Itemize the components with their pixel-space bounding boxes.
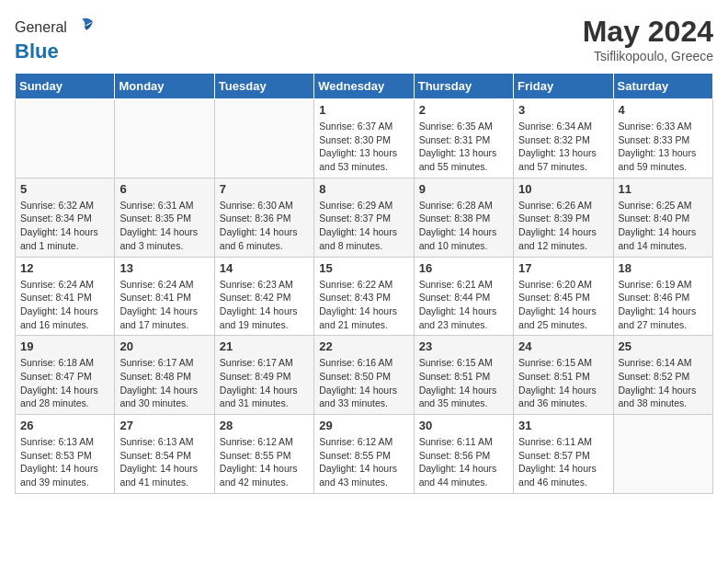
day-info: Sunrise: 6:35 AM Sunset: 8:31 PM Dayligh… [419, 120, 508, 174]
title-section: May 2024 Tsiflikopoulo, Greece [583, 15, 713, 63]
day-header-monday: Monday [115, 74, 214, 99]
logo-bird-icon [69, 15, 95, 40]
day-info: Sunrise: 6:24 AM Sunset: 8:41 PM Dayligh… [119, 278, 209, 332]
logo-blue-text: Blue [15, 40, 59, 63]
day-info: Sunrise: 6:29 AM Sunset: 8:37 PM Dayligh… [319, 199, 408, 253]
day-number: 22 [319, 339, 408, 353]
calendar-table: SundayMondayTuesdayWednesdayThursdayFrid… [15, 73, 713, 494]
calendar-cell [613, 415, 712, 494]
day-info: Sunrise: 6:16 AM Sunset: 8:50 PM Dayligh… [319, 356, 408, 410]
calendar-cell: 6Sunrise: 6:31 AM Sunset: 8:35 PM Daylig… [115, 178, 214, 257]
calendar-cell: 20Sunrise: 6:17 AM Sunset: 8:48 PM Dayli… [115, 336, 214, 415]
day-number: 4 [619, 103, 708, 117]
calendar-cell: 7Sunrise: 6:30 AM Sunset: 8:36 PM Daylig… [214, 178, 313, 257]
day-number: 17 [518, 261, 608, 275]
day-info: Sunrise: 6:30 AM Sunset: 8:36 PM Dayligh… [220, 199, 309, 253]
calendar-cell: 27Sunrise: 6:13 AM Sunset: 8:54 PM Dayli… [115, 415, 214, 494]
day-info: Sunrise: 6:17 AM Sunset: 8:49 PM Dayligh… [220, 356, 309, 410]
logo-text: General Blue [15, 15, 95, 63]
day-number: 10 [518, 182, 608, 196]
day-number: 6 [119, 182, 209, 196]
calendar-week-row: 26Sunrise: 6:13 AM Sunset: 8:53 PM Dayli… [16, 415, 713, 494]
day-number: 8 [319, 182, 408, 196]
calendar-cell: 8Sunrise: 6:29 AM Sunset: 8:37 PM Daylig… [314, 178, 414, 257]
day-info: Sunrise: 6:17 AM Sunset: 8:48 PM Dayligh… [119, 356, 209, 410]
day-number: 7 [220, 182, 309, 196]
day-info: Sunrise: 6:22 AM Sunset: 8:43 PM Dayligh… [319, 278, 408, 332]
calendar-cell: 14Sunrise: 6:23 AM Sunset: 8:42 PM Dayli… [214, 257, 313, 336]
calendar-cell: 23Sunrise: 6:15 AM Sunset: 8:51 PM Dayli… [414, 336, 513, 415]
day-number: 25 [619, 339, 708, 353]
day-number: 16 [419, 261, 508, 275]
calendar-cell: 25Sunrise: 6:14 AM Sunset: 8:52 PM Dayli… [613, 336, 712, 415]
calendar-cell: 17Sunrise: 6:20 AM Sunset: 8:45 PM Dayli… [514, 257, 613, 336]
day-info: Sunrise: 6:13 AM Sunset: 8:54 PM Dayligh… [119, 435, 209, 489]
day-number: 27 [119, 419, 209, 432]
day-info: Sunrise: 6:18 AM Sunset: 8:47 PM Dayligh… [20, 356, 109, 410]
day-info: Sunrise: 6:15 AM Sunset: 8:51 PM Dayligh… [419, 356, 508, 410]
day-number: 11 [619, 182, 708, 196]
day-number: 24 [518, 339, 608, 353]
day-info: Sunrise: 6:15 AM Sunset: 8:51 PM Dayligh… [518, 356, 608, 410]
day-info: Sunrise: 6:23 AM Sunset: 8:42 PM Dayligh… [220, 278, 309, 332]
day-info: Sunrise: 6:11 AM Sunset: 8:57 PM Dayligh… [518, 435, 608, 489]
day-number: 26 [20, 419, 109, 432]
day-info: Sunrise: 6:12 AM Sunset: 8:55 PM Dayligh… [220, 435, 309, 489]
calendar-cell: 11Sunrise: 6:25 AM Sunset: 8:40 PM Dayli… [613, 178, 712, 257]
day-number: 30 [419, 419, 508, 432]
day-header-thursday: Thursday [414, 74, 513, 99]
logo: General Blue [15, 15, 95, 63]
day-header-tuesday: Tuesday [214, 74, 313, 99]
day-info: Sunrise: 6:13 AM Sunset: 8:53 PM Dayligh… [20, 435, 109, 489]
page-header: General Blue May 2024 Tsiflikopoulo, Gre… [15, 15, 713, 63]
calendar-cell: 1Sunrise: 6:37 AM Sunset: 8:30 PM Daylig… [314, 99, 414, 178]
logo-general-text: General [15, 19, 67, 36]
calendar-cell: 30Sunrise: 6:11 AM Sunset: 8:56 PM Dayli… [414, 415, 513, 494]
calendar-cell: 12Sunrise: 6:24 AM Sunset: 8:41 PM Dayli… [16, 257, 115, 336]
day-number: 15 [319, 261, 408, 275]
day-number: 12 [20, 261, 109, 275]
day-number: 14 [220, 261, 309, 275]
day-info: Sunrise: 6:20 AM Sunset: 8:45 PM Dayligh… [518, 278, 608, 332]
calendar-cell: 18Sunrise: 6:19 AM Sunset: 8:46 PM Dayli… [613, 257, 712, 336]
day-info: Sunrise: 6:37 AM Sunset: 8:30 PM Dayligh… [319, 120, 408, 174]
day-info: Sunrise: 6:14 AM Sunset: 8:52 PM Dayligh… [619, 356, 708, 410]
calendar-cell: 5Sunrise: 6:32 AM Sunset: 8:34 PM Daylig… [16, 178, 115, 257]
calendar-cell: 28Sunrise: 6:12 AM Sunset: 8:55 PM Dayli… [214, 415, 313, 494]
day-number: 13 [119, 261, 209, 275]
day-header-friday: Friday [514, 74, 613, 99]
calendar-week-row: 12Sunrise: 6:24 AM Sunset: 8:41 PM Dayli… [16, 257, 713, 336]
location-subtitle: Tsiflikopoulo, Greece [583, 49, 713, 63]
calendar-cell: 22Sunrise: 6:16 AM Sunset: 8:50 PM Dayli… [314, 336, 414, 415]
month-year-title: May 2024 [583, 15, 713, 49]
calendar-cell: 24Sunrise: 6:15 AM Sunset: 8:51 PM Dayli… [514, 336, 613, 415]
day-info: Sunrise: 6:25 AM Sunset: 8:40 PM Dayligh… [619, 199, 708, 253]
day-info: Sunrise: 6:24 AM Sunset: 8:41 PM Dayligh… [20, 278, 109, 332]
day-info: Sunrise: 6:31 AM Sunset: 8:35 PM Dayligh… [119, 199, 209, 253]
day-info: Sunrise: 6:33 AM Sunset: 8:33 PM Dayligh… [619, 120, 708, 174]
calendar-cell: 2Sunrise: 6:35 AM Sunset: 8:31 PM Daylig… [414, 99, 513, 178]
day-number: 1 [319, 103, 408, 117]
day-info: Sunrise: 6:32 AM Sunset: 8:34 PM Dayligh… [20, 199, 109, 253]
calendar-cell [214, 99, 313, 178]
day-number: 18 [619, 261, 708, 275]
day-info: Sunrise: 6:34 AM Sunset: 8:32 PM Dayligh… [518, 120, 608, 174]
day-number: 21 [220, 339, 309, 353]
day-number: 5 [20, 182, 109, 196]
day-info: Sunrise: 6:28 AM Sunset: 8:38 PM Dayligh… [419, 199, 508, 253]
calendar-cell: 19Sunrise: 6:18 AM Sunset: 8:47 PM Dayli… [16, 336, 115, 415]
day-number: 20 [119, 339, 209, 353]
calendar-cell: 9Sunrise: 6:28 AM Sunset: 8:38 PM Daylig… [414, 178, 513, 257]
calendar-header-row: SundayMondayTuesdayWednesdayThursdayFrid… [16, 74, 713, 99]
day-number: 19 [20, 339, 109, 353]
day-number: 9 [419, 182, 508, 196]
calendar-cell: 15Sunrise: 6:22 AM Sunset: 8:43 PM Dayli… [314, 257, 414, 336]
calendar-week-row: 1Sunrise: 6:37 AM Sunset: 8:30 PM Daylig… [16, 99, 713, 178]
day-info: Sunrise: 6:11 AM Sunset: 8:56 PM Dayligh… [419, 435, 508, 489]
day-number: 2 [419, 103, 508, 117]
day-info: Sunrise: 6:21 AM Sunset: 8:44 PM Dayligh… [419, 278, 508, 332]
calendar-week-row: 19Sunrise: 6:18 AM Sunset: 8:47 PM Dayli… [16, 336, 713, 415]
day-number: 23 [419, 339, 508, 353]
day-info: Sunrise: 6:12 AM Sunset: 8:55 PM Dayligh… [319, 435, 408, 489]
day-header-saturday: Saturday [613, 74, 712, 99]
